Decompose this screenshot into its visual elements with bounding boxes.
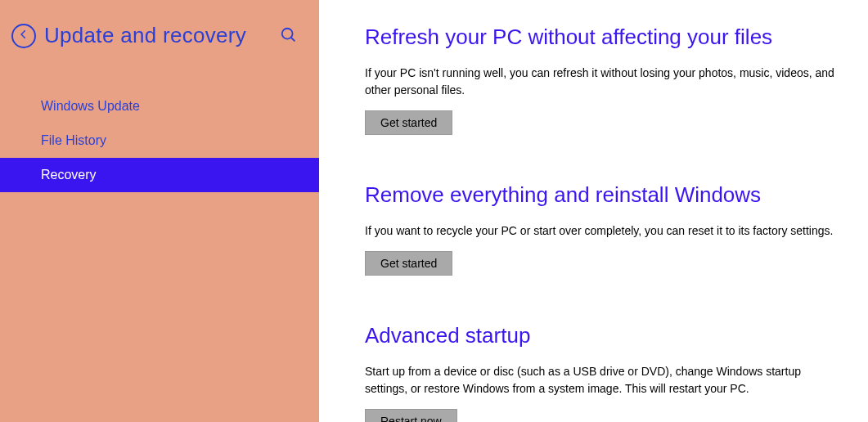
arrow-left-icon [18,29,29,43]
section-title: Remove everything and reinstall Windows [365,182,847,208]
section-body: If your PC isn't running well, you can r… [365,65,847,99]
main-content: Refresh your PC without affecting your f… [319,0,868,422]
svg-point-0 [282,29,293,39]
section-body: If you want to recycle your PC or start … [365,222,847,240]
page-title: Update and recovery [44,23,246,48]
remove-get-started-button[interactable]: Get started [365,251,452,276]
sidebar-item-windows-update[interactable]: Windows Update [0,89,319,123]
section-remove-reinstall: Remove everything and reinstall Windows … [365,182,847,276]
restart-now-button[interactable]: Restart now [365,409,457,422]
sidebar-item-recovery[interactable]: Recovery [0,158,319,192]
sidebar: Update and recovery Windows Update File … [0,0,319,422]
section-title: Refresh your PC without affecting your f… [365,25,847,50]
refresh-get-started-button[interactable]: Get started [365,110,452,135]
sidebar-item-file-history[interactable]: File History [0,123,319,158]
section-refresh: Refresh your PC without affecting your f… [365,25,847,135]
sidebar-item-label: File History [41,133,106,147]
search-button[interactable] [280,26,298,44]
sidebar-header: Update and recovery [0,0,319,48]
svg-line-1 [291,38,295,42]
back-button[interactable] [11,24,36,48]
sidebar-nav: Windows Update File History Recovery [0,89,319,192]
section-body: Start up from a device or disc (such as … [365,363,847,397]
search-icon [280,33,298,47]
sidebar-item-label: Windows Update [41,99,140,113]
section-advanced-startup: Advanced startup Start up from a device … [365,323,847,422]
sidebar-item-label: Recovery [41,168,97,182]
section-title: Advanced startup [365,323,847,348]
